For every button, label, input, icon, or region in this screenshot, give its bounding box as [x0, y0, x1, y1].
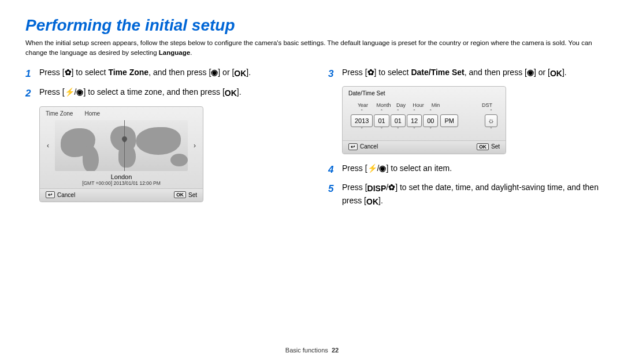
hour-stepper[interactable]: ˆ12ˇ [407, 109, 422, 132]
v: 00 [423, 114, 438, 127]
chevron-up-icon: ˆ [491, 109, 492, 114]
dst-off-icon: ☼ [485, 114, 497, 127]
timer-icon: ◉ [76, 86, 83, 98]
step-1: 1 Press [✿] to select Time Zone, and the… [25, 66, 296, 81]
t: ] or [ [218, 68, 234, 77]
t: Press [ [342, 183, 367, 192]
t: Press [ [39, 87, 65, 96]
ok-icon: OK [234, 68, 246, 80]
t: ] to select [374, 68, 411, 77]
dt-title: Date/Time Set [343, 87, 506, 100]
time-zone-panel: Time Zone Home ‹ › London [GMT +00:00] 2… [39, 106, 203, 202]
ok-icon: OK [174, 191, 186, 198]
v: 01 [374, 114, 389, 127]
t: ]. [237, 87, 242, 96]
ok-icon: OK [550, 68, 562, 80]
t: ] to select an item. [386, 164, 452, 173]
t: ] to select a time zone, and then press … [83, 87, 224, 96]
chevron-down-icon: ˇ [397, 127, 399, 132]
back-icon: ↩ [46, 191, 55, 198]
t: Set [491, 143, 500, 150]
step-number: 4 [328, 162, 336, 177]
intro-bold: Language [159, 49, 190, 56]
chevron-down-icon: ˇ [361, 127, 363, 132]
page-footer: Basic functions 22 [0, 347, 624, 354]
step-number: 5 [328, 181, 336, 208]
chevron-down-icon: ˇ [430, 127, 432, 132]
footer-section: Basic functions [285, 347, 328, 354]
flash-icon: ⚡ [65, 86, 75, 98]
back-icon: ↩ [348, 143, 358, 150]
t: Cancel [360, 143, 378, 150]
intro-part2: . [190, 49, 192, 56]
ok-icon: OK [477, 143, 489, 150]
t: Press [ [342, 68, 367, 77]
step-3: 3 Press [✿] to select Date/Time Set, and… [328, 66, 599, 81]
chevron-down-icon: ˇ [491, 127, 492, 132]
ampm-value[interactable]: PM [440, 114, 458, 127]
intro-text: When the initial setup screen appears, f… [25, 38, 599, 57]
timer-icon: ◉ [379, 162, 386, 174]
v: 12 [407, 114, 422, 127]
day-stepper[interactable]: ˆ01ˇ [391, 109, 406, 132]
timer-icon: ◉ [211, 66, 218, 79]
chevron-up-icon: ˆ [397, 109, 399, 114]
lbl-dst: DST [477, 102, 497, 108]
macro-down-icon: ✿ [65, 66, 72, 79]
step-5: 5 Press [DISP/✿] to set the date, time, … [328, 181, 599, 208]
t: Press [ [39, 68, 65, 77]
chevron-up-icon: ˆ [430, 109, 432, 114]
intro-part1: When the initial setup screen appears, f… [25, 39, 592, 56]
macro-down-icon: ✿ [367, 66, 374, 79]
lbl-hour: Hour [410, 102, 427, 108]
t: , and then press [ [465, 68, 527, 77]
t: Set [188, 192, 197, 198]
t: ]. [378, 196, 383, 205]
chevron-up-icon: ˆ [414, 109, 415, 114]
dst-stepper[interactable]: ˆ☼ˇ [485, 109, 497, 132]
tz-cancel-button[interactable]: ↩Cancel [46, 191, 75, 198]
step-number: 1 [25, 66, 34, 81]
tz-tab-home: Home [84, 110, 100, 117]
v: 2013 [351, 114, 373, 127]
dt-cancel-button[interactable]: ↩Cancel [348, 143, 378, 150]
step-number: 2 [25, 86, 34, 101]
tz-prev-icon[interactable]: ‹ [44, 139, 51, 152]
t: ]. [246, 68, 251, 77]
lbl-min: Min [427, 102, 444, 108]
t: , and then press [ [148, 68, 211, 77]
min-stepper[interactable]: ˆ00ˇ [423, 109, 438, 132]
tz-next-icon[interactable]: › [191, 139, 198, 152]
date-time-panel: Date/Time Set Year Month Day Hour Min DS… [342, 86, 506, 154]
timer-icon: ◉ [527, 66, 534, 79]
disp-icon: DISP [367, 183, 387, 195]
chevron-up-icon: ˆ [361, 109, 363, 114]
footer-page: 22 [332, 347, 339, 354]
t: Cancel [57, 192, 75, 198]
t: ]. [562, 68, 567, 77]
t: Press [ [342, 164, 367, 173]
dt-set-button[interactable]: OKSet [477, 143, 500, 150]
t: ] or [ [534, 68, 550, 77]
t: ] to select [72, 68, 109, 77]
bold: Date/Time Set [411, 68, 464, 77]
chevron-down-icon: ˇ [414, 127, 415, 132]
month-stepper[interactable]: ˆ01ˇ [374, 109, 389, 132]
tz-title: Time Zone [46, 110, 73, 117]
step-number: 3 [328, 66, 336, 81]
v: 01 [391, 114, 406, 127]
tz-set-button[interactable]: OKSet [174, 191, 197, 198]
chevron-down-icon: ˇ [381, 127, 382, 132]
year-stepper[interactable]: ˆ2013ˇ [351, 109, 373, 132]
tz-gmt: [GMT +00:00] 2013/01/01 12:00 PM [40, 180, 203, 186]
lbl-month: Month [375, 102, 392, 108]
world-map [55, 120, 188, 171]
tz-city: London [40, 173, 203, 180]
ok-icon: OK [366, 196, 378, 208]
step-2: 2 Press [⚡/◉] to select a time zone, and… [25, 86, 296, 101]
flash-icon: ⚡ [367, 162, 377, 174]
lbl-year: Year [351, 102, 375, 108]
lbl-day: Day [392, 102, 410, 108]
chevron-up-icon: ˆ [381, 109, 382, 114]
step-4: 4 Press [⚡/◉] to select an item. [328, 162, 599, 177]
